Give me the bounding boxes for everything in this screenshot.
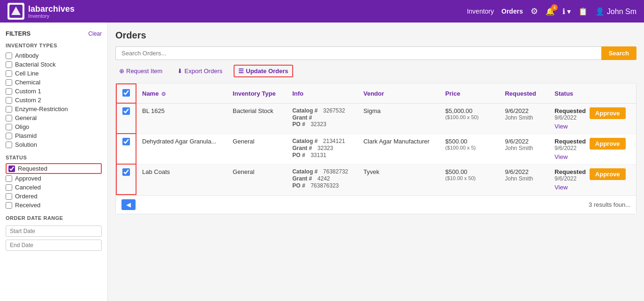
brand-name: labarchives (28, 4, 75, 14)
checkbox-canceled[interactable] (6, 184, 12, 191)
th-inventory-type: Inventory Type (227, 84, 287, 103)
start-date-input[interactable] (6, 226, 102, 237)
search-row: Search (115, 46, 636, 60)
checkbox-received[interactable] (6, 202, 12, 209)
brand: labarchives Inventory (28, 4, 75, 19)
checkbox-plasmid[interactable] (6, 133, 12, 139)
approve-button-2[interactable]: Approve (590, 168, 626, 180)
row-checkbox-2[interactable] (122, 168, 130, 176)
checkbox-oligo[interactable] (6, 124, 12, 130)
view-link-0[interactable]: View (554, 123, 568, 130)
checkbox-custom1[interactable] (6, 88, 12, 95)
checkbox-approved[interactable] (6, 175, 12, 182)
th-requested: Requested (499, 84, 549, 103)
checkbox-custom2[interactable] (6, 97, 12, 104)
update-orders-button[interactable]: ☰ Update Orders (234, 65, 293, 77)
checkbox-enzyme[interactable] (6, 106, 12, 113)
filter-chemical: Chemical (6, 78, 102, 87)
table-row: BL 1625 Bacterial Stock Catalog # 326753… (116, 103, 636, 134)
label-solution: Solution (15, 141, 37, 148)
search-input[interactable] (115, 46, 601, 60)
filter-approved: Approved (6, 174, 102, 183)
user-icon[interactable]: 👤 John Sm (595, 7, 636, 16)
table-row: Lab Coats General Catalog # 76382732 Gra… (116, 164, 636, 195)
view-link-1[interactable]: View (554, 153, 568, 160)
filter-canceled: Canceled (6, 183, 102, 192)
plus-icon: ⊕ (119, 68, 124, 75)
checkbox-requested[interactable] (8, 166, 15, 172)
clear-button[interactable]: Clear (88, 30, 102, 37)
nav-orders[interactable]: Orders (501, 8, 523, 15)
checkbox-chemical[interactable] (6, 79, 12, 86)
filter-plasmid: Plasmid (6, 131, 102, 140)
label-bacterial-stock: Bacterial Stock (15, 61, 56, 68)
label-plasmid: Plasmid (15, 132, 37, 139)
date-range-label: ORDER DATE RANGE (6, 215, 102, 221)
th-vendor: Vendor (358, 84, 440, 103)
checkbox-ordered[interactable] (6, 193, 12, 200)
cell-price-1: $500.00 ($100.00 x 5) (439, 134, 499, 164)
nav-inventory[interactable]: Inventory (467, 8, 494, 15)
book-icon[interactable]: 📋 (578, 7, 588, 16)
cell-status-1: Requested 9/6/2022 Approve View (549, 134, 636, 164)
sidebar-header: FILTERS Clear (6, 30, 102, 37)
sort-icon: ⊙ (161, 91, 166, 97)
info-icon[interactable]: ℹ ▾ (562, 7, 571, 16)
checkbox-general[interactable] (6, 115, 12, 121)
filter-custom2: Custom 2 (6, 96, 102, 105)
cell-invtype-2: General (227, 164, 287, 195)
label-oligo: Oligo (15, 123, 29, 130)
label-approved: Approved (15, 175, 41, 182)
table-header-row: Name ⊙ Inventory Type Info Vendor Price … (116, 84, 636, 103)
filter-oligo: Oligo (6, 122, 102, 131)
page-title: Orders (115, 30, 146, 41)
orders-table-wrapper: Name ⊙ Inventory Type Info Vendor Price … (115, 83, 636, 214)
inventory-types-label: INVENTORY TYPES (6, 43, 102, 48)
checkbox-bacterial-stock[interactable] (6, 61, 12, 68)
settings-icon[interactable]: ⚙ (530, 6, 538, 16)
checkbox-solution[interactable] (6, 142, 12, 148)
page-header: Orders (115, 30, 636, 41)
results-text: 3 results foun... (589, 201, 630, 208)
cell-requested-1: 9/6/2022 John Smith (499, 134, 549, 164)
approve-button-1[interactable]: Approve (590, 138, 626, 150)
label-enzyme: Enzyme-Restriction (15, 105, 68, 113)
checkbox-cell-line[interactable] (6, 70, 12, 77)
search-button[interactable]: Search (601, 46, 636, 60)
header-left: labarchives Inventory (8, 3, 75, 20)
checkbox-antibody[interactable] (6, 53, 12, 59)
header-right: Inventory Orders ⚙ 🔔 4 ℹ ▾ 📋 👤 John Sm (467, 6, 636, 16)
bell-icon[interactable]: 🔔 4 (546, 7, 555, 16)
filter-custom1: Custom 1 (6, 87, 102, 96)
cell-requested-2: 9/6/2022 John Smith (499, 164, 549, 195)
bell-badge: 4 (551, 4, 558, 11)
cell-vendor-2: Tyvek (358, 164, 440, 195)
request-item-button[interactable]: ⊕ Request Item (115, 66, 166, 76)
view-link-2[interactable]: View (554, 184, 568, 191)
select-all-checkbox[interactable] (122, 89, 130, 97)
label-chemical: Chemical (15, 79, 40, 86)
filter-antibody: Antibody (6, 51, 102, 60)
user-name: John Sm (607, 8, 636, 15)
cell-name-0: BL 1625 (136, 103, 227, 134)
header: labarchives Inventory Inventory Orders ⚙… (0, 0, 644, 23)
approve-button-0[interactable]: Approve (590, 107, 626, 119)
export-orders-button[interactable]: ⬇ Export Orders (174, 66, 226, 76)
cell-invtype-1: General (227, 134, 287, 164)
main-content: Orders Search ⊕ Request Item ⬇ Export Or… (108, 23, 644, 301)
layout: FILTERS Clear INVENTORY TYPES Antibody B… (0, 23, 644, 301)
cell-name-1: Dehydrated Agar Granula... (136, 134, 227, 164)
cell-price-0: $5,000.00 ($100.00 x 50) (439, 103, 499, 134)
results-row: ◀ 3 results foun... (116, 195, 636, 214)
cell-info-1: Catalog # 2134121 Grant # 32323 PO # 331… (287, 134, 358, 164)
label-custom2: Custom 2 (15, 97, 41, 104)
row-checkbox-1[interactable] (122, 138, 130, 145)
th-name[interactable]: Name ⊙ (136, 84, 227, 103)
label-received: Received (15, 202, 40, 209)
list-icon: ☰ (238, 68, 244, 75)
page-nav-button[interactable]: ◀ (121, 199, 136, 210)
row-checkbox-0[interactable] (122, 107, 130, 115)
cell-invtype-0: Bacterial Stock (227, 103, 287, 134)
end-date-input[interactable] (6, 240, 102, 251)
filter-solution: Solution (6, 140, 102, 149)
